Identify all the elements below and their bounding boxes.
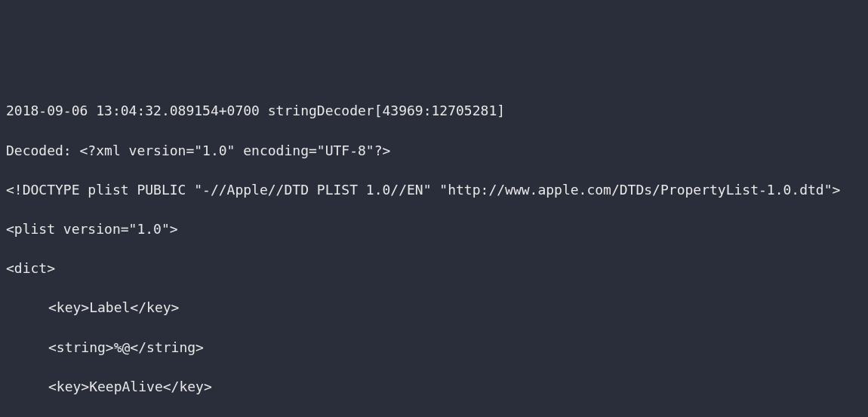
log-line: <dict> bbox=[6, 259, 862, 278]
console-output: 2018-09-06 13:04:32.089154+0700 stringDe… bbox=[6, 81, 862, 417]
log-line: 2018-09-06 13:04:32.089154+0700 stringDe… bbox=[6, 101, 862, 121]
log-line: Decoded: <?xml version="1.0" encoding="U… bbox=[6, 141, 862, 161]
log-line: <key>KeepAlive</key> bbox=[6, 377, 862, 397]
log-line: <plist version="1.0"> bbox=[6, 219, 862, 239]
log-line: <string>%@</string> bbox=[6, 338, 862, 357]
log-line: <key>Label</key> bbox=[6, 298, 862, 317]
log-line: <!DOCTYPE plist PUBLIC "-//Apple//DTD PL… bbox=[6, 180, 862, 200]
